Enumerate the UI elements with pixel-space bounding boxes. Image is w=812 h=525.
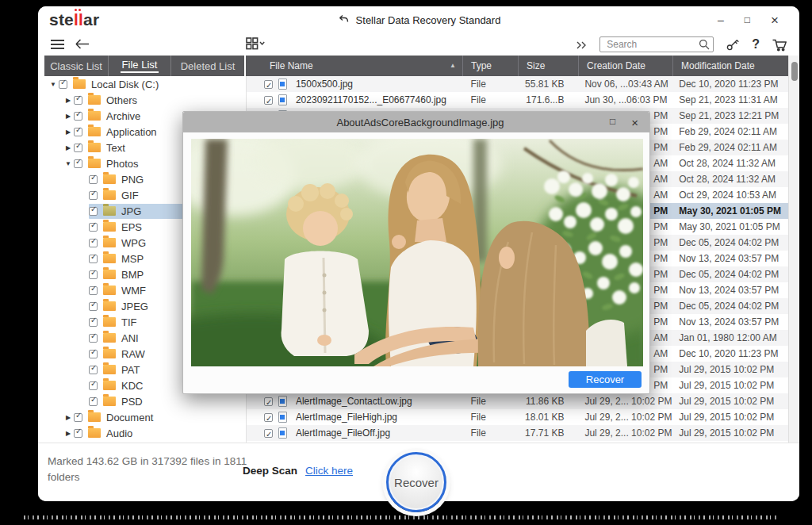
checkbox[interactable] (89, 318, 98, 327)
preview-title-bar[interactable]: AboutAdsCoreBackgroundImage.jpg □ × (183, 112, 649, 132)
creation-date-cell: Jul 29, 2... 10:02 PM (578, 409, 672, 425)
table-scrollbar[interactable] (788, 56, 799, 443)
tree-expander-icon[interactable]: ▶ (63, 414, 74, 421)
checkbox[interactable] (74, 96, 82, 105)
activation-key-icon[interactable] (726, 37, 740, 52)
tree-expander-icon[interactable]: ▶ (63, 97, 74, 104)
table-row[interactable]: 20230921170152..._E06677460.jpgFile171.6… (247, 92, 788, 108)
tree-item-label: KDC (121, 380, 143, 392)
tree-item-body[interactable]: PSD (89, 394, 244, 409)
table-row[interactable]: AlertImage_FileHigh.jpgFile18.01 KBJul 2… (247, 409, 788, 425)
checkbox[interactable] (89, 381, 98, 390)
help-icon[interactable]: ? (752, 37, 760, 52)
recover-button[interactable]: Recover (386, 452, 446, 512)
tree-item-others[interactable]: ▶Others (44, 92, 244, 108)
checkbox[interactable] (264, 413, 273, 422)
table-row[interactable]: AlertImage_ContactLow.jpgFile11.86 KBJul… (247, 393, 788, 409)
folder-icon (88, 127, 101, 136)
table-row[interactable]: AlertImage_FileOff.jpgFile17.71 KBJul 29… (247, 425, 788, 441)
back-arrow-icon[interactable] (75, 38, 90, 50)
checkbox[interactable] (89, 239, 98, 247)
file-type-cell: File (463, 393, 519, 409)
preview-recover-button[interactable]: Recover (569, 371, 642, 388)
tree-item-document[interactable]: ▶Document (44, 409, 244, 425)
tree-item-body[interactable]: Local Disk (C:) (59, 77, 244, 92)
folder-icon (88, 111, 101, 121)
checkbox[interactable] (74, 112, 82, 121)
view-layout-icon[interactable] (246, 37, 266, 50)
search-input[interactable] (599, 36, 714, 52)
checkbox[interactable] (264, 80, 273, 89)
expand-toolbar-icon[interactable] (576, 40, 588, 51)
tree-expander-icon[interactable]: ▼ (48, 81, 59, 88)
checkbox[interactable] (89, 397, 98, 406)
file-size-cell: 11.86 KB (519, 393, 579, 409)
tree-expander-icon[interactable]: ▼ (63, 160, 74, 167)
checkbox[interactable] (264, 429, 273, 438)
tree-item-label: JPEG (121, 301, 148, 312)
checkbox[interactable] (89, 366, 98, 374)
checkbox[interactable] (89, 302, 98, 311)
checkbox[interactable] (74, 413, 82, 422)
checkbox[interactable] (89, 350, 98, 358)
column-header-file-name[interactable]: File Name▲ (246, 56, 462, 76)
checkbox[interactable] (89, 191, 98, 200)
minimize-button[interactable]: – (718, 14, 724, 25)
folder-icon (103, 174, 116, 184)
checkbox[interactable] (89, 223, 98, 232)
maximize-button[interactable]: □ (745, 15, 750, 25)
deep-scan-link[interactable]: Click here (305, 465, 353, 477)
tree-item-body[interactable]: Others (74, 93, 244, 108)
table-header: File Name▲ Type Size Creation Date Modif… (246, 56, 788, 76)
file-name-cell: AlertImage_FileOff.jpg (296, 425, 463, 441)
checkbox[interactable] (59, 80, 67, 89)
tab-file-list[interactable]: File List (109, 56, 171, 76)
column-header-creation-date[interactable]: Creation Date (578, 56, 672, 76)
checkbox[interactable] (74, 144, 82, 152)
cart-icon[interactable] (772, 38, 788, 52)
menu-icon[interactable] (51, 40, 64, 52)
checkbox[interactable] (89, 255, 98, 263)
file-size-cell: 18.01 KB (519, 409, 579, 425)
checkbox[interactable] (89, 207, 98, 216)
tree-expander-icon[interactable]: ▶ (63, 430, 74, 437)
checkbox[interactable] (89, 270, 98, 279)
tree-expander-icon[interactable]: ▶ (63, 113, 74, 120)
checkbox[interactable] (89, 286, 98, 295)
modification-date-cell: Sep 21, 2023 12:21 PM (672, 108, 788, 124)
checkbox[interactable] (264, 96, 273, 105)
close-button[interactable]: × (771, 13, 779, 27)
preview-close-button[interactable]: × (631, 116, 638, 129)
tree-item-audio[interactable]: ▶Audio (44, 425, 244, 441)
tab-deleted-list[interactable]: Deleted List (171, 56, 244, 76)
checkbox[interactable] (74, 429, 82, 438)
folder-icon (103, 381, 116, 390)
checkbox[interactable] (89, 175, 98, 184)
tree-item-body[interactable]: Document (74, 410, 244, 425)
preview-window: AboutAdsCoreBackgroundImage.jpg □ × (182, 111, 650, 394)
preview-maximize-button[interactable]: □ (610, 116, 615, 129)
tree-item-body[interactable]: Audio (74, 426, 244, 441)
table-scrollbar-thumb[interactable] (791, 62, 798, 81)
file-type-cell: File (463, 92, 519, 108)
table-row[interactable]: 1500x500.jpgFile55.81 KBNov 06, ...03:43… (247, 76, 788, 92)
checkbox[interactable] (74, 128, 82, 136)
column-header-size[interactable]: Size (518, 56, 578, 76)
column-header-modification-date[interactable]: Modification Date (672, 56, 788, 76)
preview-image (191, 139, 643, 366)
modification-date-cell: May 30, 2021 01:05 PM (672, 219, 788, 235)
checkbox[interactable] (264, 397, 273, 406)
folder-icon (88, 95, 101, 105)
tab-classic-list[interactable]: Classic List (44, 56, 109, 76)
checkbox[interactable] (74, 159, 82, 168)
file-name-cell: 20230921170152..._E06677460.jpg (296, 92, 463, 108)
tree-item-local-disk-c-[interactable]: ▼Local Disk (C:) (44, 76, 244, 92)
folder-icon (103, 238, 116, 247)
column-header-type[interactable]: Type (462, 56, 518, 76)
tree-expander-icon[interactable]: ▶ (63, 128, 74, 136)
tree-expander-icon[interactable]: ▶ (63, 144, 74, 151)
row-icon-cell (278, 76, 296, 92)
checkbox[interactable] (89, 334, 98, 343)
folder-icon (103, 317, 116, 327)
tree-item-psd[interactable]: PSD (44, 393, 244, 409)
